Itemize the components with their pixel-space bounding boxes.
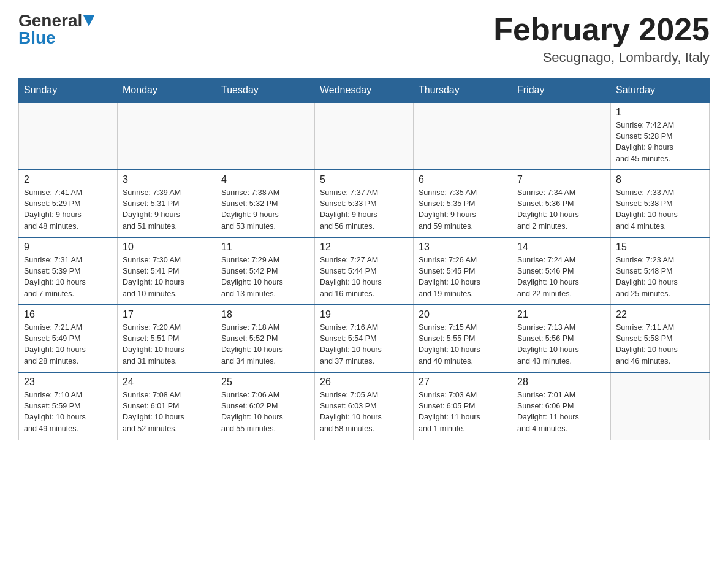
calendar-cell-4-1: 24Sunrise: 7:08 AM Sunset: 6:01 PM Dayli…	[118, 372, 216, 440]
logo-general-text: General	[18, 12, 82, 29]
calendar-cell-2-1: 10Sunrise: 7:30 AM Sunset: 5:41 PM Dayli…	[118, 237, 216, 305]
day-number: 25	[221, 377, 309, 388]
calendar-cell-2-5: 14Sunrise: 7:24 AM Sunset: 5:46 PM Dayli…	[512, 237, 611, 305]
day-info: Sunrise: 7:24 AM Sunset: 5:46 PM Dayligh…	[517, 255, 605, 299]
calendar-cell-1-0: 2Sunrise: 7:41 AM Sunset: 5:29 PM Daylig…	[19, 170, 118, 237]
location-title: Secugnago, Lombardy, Italy	[493, 50, 710, 66]
day-number: 7	[517, 174, 605, 185]
day-number: 11	[221, 242, 309, 253]
calendar-cell-3-2: 18Sunrise: 7:18 AM Sunset: 5:52 PM Dayli…	[216, 305, 315, 372]
calendar-header-monday: Monday	[118, 79, 216, 103]
day-number: 27	[419, 377, 507, 388]
day-number: 2	[24, 174, 112, 185]
logo: General Blue	[18, 12, 94, 47]
calendar-header-sunday: Sunday	[19, 79, 118, 103]
calendar-cell-3-1: 17Sunrise: 7:20 AM Sunset: 5:51 PM Dayli…	[118, 305, 216, 372]
day-info: Sunrise: 7:31 AM Sunset: 5:39 PM Dayligh…	[24, 255, 112, 299]
calendar-cell-3-0: 16Sunrise: 7:21 AM Sunset: 5:49 PM Dayli…	[19, 305, 118, 372]
calendar-cell-3-6: 22Sunrise: 7:11 AM Sunset: 5:58 PM Dayli…	[611, 305, 710, 372]
logo-triangle-icon	[83, 15, 94, 26]
calendar-cell-1-5: 7Sunrise: 7:34 AM Sunset: 5:36 PM Daylig…	[512, 170, 611, 237]
calendar-cell-3-5: 21Sunrise: 7:13 AM Sunset: 5:56 PM Dayli…	[512, 305, 611, 372]
day-info: Sunrise: 7:27 AM Sunset: 5:44 PM Dayligh…	[320, 255, 408, 299]
day-info: Sunrise: 7:10 AM Sunset: 5:59 PM Dayligh…	[24, 389, 112, 434]
calendar-week-row-0: 1Sunrise: 7:42 AM Sunset: 5:28 PM Daylig…	[19, 102, 710, 170]
day-number: 23	[24, 377, 112, 388]
calendar-week-row-4: 23Sunrise: 7:10 AM Sunset: 5:59 PM Dayli…	[19, 372, 710, 440]
calendar-cell-1-2: 4Sunrise: 7:38 AM Sunset: 5:32 PM Daylig…	[216, 170, 315, 237]
day-info: Sunrise: 7:20 AM Sunset: 5:51 PM Dayligh…	[123, 322, 211, 367]
svg-marker-0	[83, 15, 94, 26]
day-info: Sunrise: 7:05 AM Sunset: 6:03 PM Dayligh…	[320, 389, 408, 434]
calendar-cell-4-3: 26Sunrise: 7:05 AM Sunset: 6:03 PM Dayli…	[315, 372, 414, 440]
day-info: Sunrise: 7:13 AM Sunset: 5:56 PM Dayligh…	[517, 322, 605, 367]
calendar-week-row-2: 9Sunrise: 7:31 AM Sunset: 5:39 PM Daylig…	[19, 237, 710, 305]
day-info: Sunrise: 7:21 AM Sunset: 5:49 PM Dayligh…	[24, 322, 112, 367]
calendar-cell-1-3: 5Sunrise: 7:37 AM Sunset: 5:33 PM Daylig…	[315, 170, 414, 237]
day-number: 10	[123, 242, 211, 253]
day-info: Sunrise: 7:23 AM Sunset: 5:48 PM Dayligh…	[616, 255, 704, 299]
calendar-week-row-3: 16Sunrise: 7:21 AM Sunset: 5:49 PM Dayli…	[19, 305, 710, 372]
logo-blue-text: Blue	[18, 29, 56, 47]
day-number: 14	[517, 242, 605, 253]
day-info: Sunrise: 7:39 AM Sunset: 5:31 PM Dayligh…	[123, 187, 211, 232]
calendar-cell-3-3: 19Sunrise: 7:16 AM Sunset: 5:54 PM Dayli…	[315, 305, 414, 372]
calendar-cell-0-5	[512, 102, 611, 170]
day-info: Sunrise: 7:03 AM Sunset: 6:05 PM Dayligh…	[419, 389, 507, 434]
day-info: Sunrise: 7:15 AM Sunset: 5:55 PM Dayligh…	[419, 322, 507, 367]
calendar-cell-4-5: 28Sunrise: 7:01 AM Sunset: 6:06 PM Dayli…	[512, 372, 611, 440]
title-block: February 2025 Secugnago, Lombardy, Italy	[493, 12, 710, 66]
day-number: 12	[320, 242, 408, 253]
day-number: 17	[123, 309, 211, 320]
calendar-week-row-1: 2Sunrise: 7:41 AM Sunset: 5:29 PM Daylig…	[19, 170, 710, 237]
calendar-header-row: SundayMondayTuesdayWednesdayThursdayFrid…	[19, 79, 710, 103]
day-number: 8	[616, 174, 704, 185]
calendar-header-thursday: Thursday	[414, 79, 512, 103]
calendar-cell-0-2	[216, 102, 315, 170]
day-info: Sunrise: 7:08 AM Sunset: 6:01 PM Dayligh…	[123, 389, 211, 434]
day-number: 13	[419, 242, 507, 253]
calendar-cell-4-2: 25Sunrise: 7:06 AM Sunset: 6:02 PM Dayli…	[216, 372, 315, 440]
day-number: 19	[320, 309, 408, 320]
calendar-cell-4-0: 23Sunrise: 7:10 AM Sunset: 5:59 PM Dayli…	[19, 372, 118, 440]
day-info: Sunrise: 7:16 AM Sunset: 5:54 PM Dayligh…	[320, 322, 408, 367]
day-number: 6	[419, 174, 507, 185]
calendar-cell-2-3: 12Sunrise: 7:27 AM Sunset: 5:44 PM Dayli…	[315, 237, 414, 305]
day-info: Sunrise: 7:29 AM Sunset: 5:42 PM Dayligh…	[221, 255, 309, 299]
calendar-cell-4-4: 27Sunrise: 7:03 AM Sunset: 6:05 PM Dayli…	[414, 372, 512, 440]
calendar-cell-0-4	[414, 102, 512, 170]
day-info: Sunrise: 7:11 AM Sunset: 5:58 PM Dayligh…	[616, 322, 704, 367]
calendar-cell-3-4: 20Sunrise: 7:15 AM Sunset: 5:55 PM Dayli…	[414, 305, 512, 372]
day-info: Sunrise: 7:34 AM Sunset: 5:36 PM Dayligh…	[517, 187, 605, 232]
day-number: 28	[517, 377, 605, 388]
calendar-cell-2-2: 11Sunrise: 7:29 AM Sunset: 5:42 PM Dayli…	[216, 237, 315, 305]
day-number: 21	[517, 309, 605, 320]
day-info: Sunrise: 7:35 AM Sunset: 5:35 PM Dayligh…	[419, 187, 507, 232]
calendar-cell-1-4: 6Sunrise: 7:35 AM Sunset: 5:35 PM Daylig…	[414, 170, 512, 237]
day-info: Sunrise: 7:01 AM Sunset: 6:06 PM Dayligh…	[517, 389, 605, 434]
day-number: 3	[123, 174, 211, 185]
day-info: Sunrise: 7:38 AM Sunset: 5:32 PM Dayligh…	[221, 187, 309, 232]
day-number: 5	[320, 174, 408, 185]
day-number: 26	[320, 377, 408, 388]
calendar-header-tuesday: Tuesday	[216, 79, 315, 103]
month-title: February 2025	[493, 12, 710, 47]
day-number: 15	[616, 242, 704, 253]
day-number: 9	[24, 242, 112, 253]
calendar-cell-2-0: 9Sunrise: 7:31 AM Sunset: 5:39 PM Daylig…	[19, 237, 118, 305]
calendar-cell-1-1: 3Sunrise: 7:39 AM Sunset: 5:31 PM Daylig…	[118, 170, 216, 237]
calendar-header-wednesday: Wednesday	[315, 79, 414, 103]
day-info: Sunrise: 7:33 AM Sunset: 5:38 PM Dayligh…	[616, 187, 704, 232]
page-header: General Blue February 2025 Secugnago, Lo…	[18, 12, 710, 66]
day-number: 20	[419, 309, 507, 320]
calendar-cell-0-3	[315, 102, 414, 170]
day-number: 16	[24, 309, 112, 320]
calendar-cell-1-6: 8Sunrise: 7:33 AM Sunset: 5:38 PM Daylig…	[611, 170, 710, 237]
calendar-cell-0-1	[118, 102, 216, 170]
calendar-table: SundayMondayTuesdayWednesdayThursdayFrid…	[18, 78, 710, 440]
day-number: 24	[123, 377, 211, 388]
day-number: 18	[221, 309, 309, 320]
day-number: 1	[616, 107, 704, 118]
calendar-cell-4-6	[611, 372, 710, 440]
calendar-cell-2-6: 15Sunrise: 7:23 AM Sunset: 5:48 PM Dayli…	[611, 237, 710, 305]
